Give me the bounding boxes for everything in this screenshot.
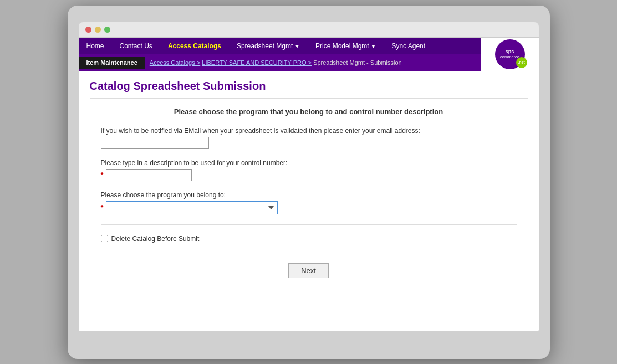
next-button[interactable]: Next [288,263,329,278]
delete-catalog-row: Delete Catalog Before Submit [101,233,517,243]
control-number-input[interactable] [106,169,192,181]
email-input[interactable] [101,137,209,149]
nav-bar: Home Contact Us Access Catalogs Spreadsh… [79,38,481,54]
nav-item-price-model-mgmt[interactable]: Price Model Mgmt [308,38,384,54]
control-number-required-star: * [101,171,104,179]
nav-item-home[interactable]: Home [79,38,112,54]
breadcrumb-link-access-catalogs[interactable]: Access Catalogs > [150,59,200,66]
bottom-spacer [79,287,539,331]
program-label: Please choose the program you belong to: [101,191,517,199]
nav-item-contact-us[interactable]: Contact Us [112,38,160,54]
main-content: Catalog Spreadsheet Submission Please ch… [79,71,539,254]
control-number-label: Please type in a description to be used … [101,159,517,167]
browser-content: Home Contact Us Access Catalogs Spreadsh… [79,38,539,331]
form-container: Please choose the program that you belon… [90,107,528,243]
breadcrumb-section: Item Maintenance [79,57,145,69]
breadcrumb-links: Access Catalogs > LIBERTY SAFE AND SECUR… [150,59,481,66]
form-section-title: Please choose the program that you belon… [101,107,517,116]
program-select[interactable] [106,201,278,214]
email-label: If you wish to be notified via EMail whe… [101,127,517,135]
sps-logo: sps commerce .net [495,39,525,69]
traffic-light-red[interactable] [85,27,91,33]
nav-item-sync-agent[interactable]: Sync Agent [384,38,433,54]
delete-catalog-checkbox[interactable] [101,235,108,242]
page-title: Catalog Spreadsheet Submission [90,80,528,99]
email-group: If you wish to be notified via EMail whe… [101,127,517,149]
logo-sps-text: sps [506,49,514,54]
divider [101,224,517,225]
logo-dot: .net [516,57,527,68]
logo-commerce-text: commerce [500,54,519,59]
nav-item-access-catalogs[interactable]: Access Catalogs [160,38,229,54]
window-chrome [79,22,539,38]
traffic-light-green[interactable] [104,27,110,33]
delete-catalog-label: Delete Catalog Before Submit [111,235,200,243]
logo-dot-text: .net [518,60,524,64]
program-row: * [101,201,517,214]
device-frame: Home Contact Us Access Catalogs Spreadsh… [68,6,550,359]
breadcrumb-link-liberty[interactable]: LIBERTY SAFE AND SECURITY PRO > [202,59,312,66]
breadcrumb-current: Spreadsheet Mgmt - Submission [313,59,402,66]
breadcrumb-bar: Item Maintenance Access Catalogs > LIBER… [79,54,481,71]
button-area: Next [79,254,539,287]
control-number-group: Please type in a description to be used … [101,159,517,181]
control-number-row: * [101,169,517,181]
program-required-star: * [101,203,104,212]
program-group: Please choose the program you belong to:… [101,191,517,214]
traffic-light-yellow[interactable] [95,27,101,33]
nav-item-spreadsheet-mgmt[interactable]: Spreadsheet Mgmt [229,38,308,54]
